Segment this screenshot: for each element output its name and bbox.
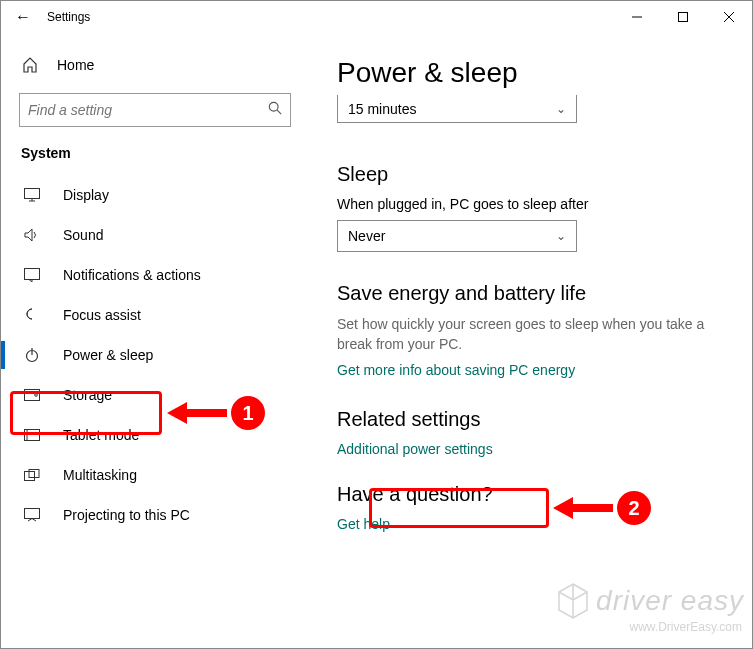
related-section: Related settings Additional power settin… [337, 408, 724, 457]
sleep-heading: Sleep [337, 163, 724, 186]
nav-list: Display Sound Notifications & actions Fo… [1, 175, 309, 535]
close-button[interactable] [706, 1, 752, 33]
sidebar-item-label: Notifications & actions [63, 267, 201, 283]
sleep-label: When plugged in, PC goes to sleep after [337, 196, 724, 212]
get-help-link[interactable]: Get help [337, 516, 724, 532]
search-icon [268, 101, 282, 119]
display-icon [23, 188, 41, 202]
maximize-icon [678, 12, 688, 22]
svg-rect-6 [25, 189, 40, 199]
sidebar-item-power-sleep[interactable]: Power & sleep [1, 335, 309, 375]
related-heading: Related settings [337, 408, 724, 431]
settings-window: ← Settings Home [0, 0, 753, 649]
svg-line-5 [277, 110, 281, 114]
screen-timeout-dropdown[interactable]: 15 minutes ⌄ [337, 95, 577, 123]
sidebar-item-label: Storage [63, 387, 112, 403]
sidebar-item-multitasking[interactable]: Multitasking [1, 455, 309, 495]
projecting-icon [23, 508, 41, 522]
energy-description: Set how quickly your screen goes to slee… [337, 315, 724, 354]
focus-icon [23, 307, 41, 323]
sidebar-item-label: Tablet mode [63, 427, 139, 443]
svg-point-4 [269, 102, 278, 111]
additional-power-settings-link[interactable]: Additional power settings [337, 441, 724, 457]
sidebar-item-label: Multitasking [63, 467, 137, 483]
svg-rect-1 [679, 13, 688, 22]
minimize-button[interactable] [614, 1, 660, 33]
sidebar: Home System Display Sound [1, 33, 309, 648]
page-title: Power & sleep [337, 57, 724, 89]
chevron-down-icon: ⌄ [556, 229, 566, 243]
home-icon [21, 57, 39, 73]
svg-rect-18 [25, 509, 40, 519]
dropdown-value: Never [348, 228, 385, 244]
svg-point-13 [35, 394, 38, 397]
sidebar-item-label: Focus assist [63, 307, 141, 323]
energy-section: Save energy and battery life Set how qui… [337, 282, 724, 378]
multitasking-icon [23, 469, 41, 481]
energy-link[interactable]: Get more info about saving PC energy [337, 362, 724, 378]
sidebar-item-storage[interactable]: Storage [1, 375, 309, 415]
sidebar-item-label: Sound [63, 227, 103, 243]
sleep-section: Sleep When plugged in, PC goes to sleep … [337, 163, 724, 252]
home-nav[interactable]: Home [1, 51, 309, 79]
category-label: System [1, 145, 309, 175]
svg-rect-9 [25, 269, 40, 280]
sidebar-item-display[interactable]: Display [1, 175, 309, 215]
question-heading: Have a question? [337, 483, 724, 506]
window-title: Settings [47, 10, 90, 24]
sidebar-item-label: Display [63, 187, 109, 203]
search-box[interactable] [19, 93, 291, 127]
storage-icon [23, 389, 41, 401]
dropdown-value: 15 minutes [348, 101, 416, 117]
search-input[interactable] [28, 102, 268, 118]
sleep-dropdown[interactable]: Never ⌄ [337, 220, 577, 252]
notifications-icon [23, 268, 41, 282]
sidebar-item-sound[interactable]: Sound [1, 215, 309, 255]
energy-heading: Save energy and battery life [337, 282, 724, 305]
question-section: Have a question? Get help [337, 483, 724, 532]
sidebar-item-projecting[interactable]: Projecting to this PC [1, 495, 309, 535]
chevron-down-icon: ⌄ [556, 102, 566, 116]
main-panel: Power & sleep 15 minutes ⌄ Sleep When pl… [309, 33, 752, 648]
titlebar: ← Settings [1, 1, 752, 33]
tablet-icon [23, 429, 41, 441]
close-icon [724, 12, 734, 22]
minimize-icon [632, 12, 642, 22]
sidebar-item-tablet-mode[interactable]: Tablet mode [1, 415, 309, 455]
sidebar-item-label: Projecting to this PC [63, 507, 190, 523]
sound-icon [23, 228, 41, 242]
home-label: Home [57, 57, 94, 73]
sidebar-item-notifications[interactable]: Notifications & actions [1, 255, 309, 295]
sidebar-item-focus-assist[interactable]: Focus assist [1, 295, 309, 335]
back-button[interactable]: ← [15, 8, 31, 26]
power-icon [23, 347, 41, 363]
maximize-button[interactable] [660, 1, 706, 33]
sidebar-item-label: Power & sleep [63, 347, 153, 363]
window-controls [614, 1, 752, 33]
